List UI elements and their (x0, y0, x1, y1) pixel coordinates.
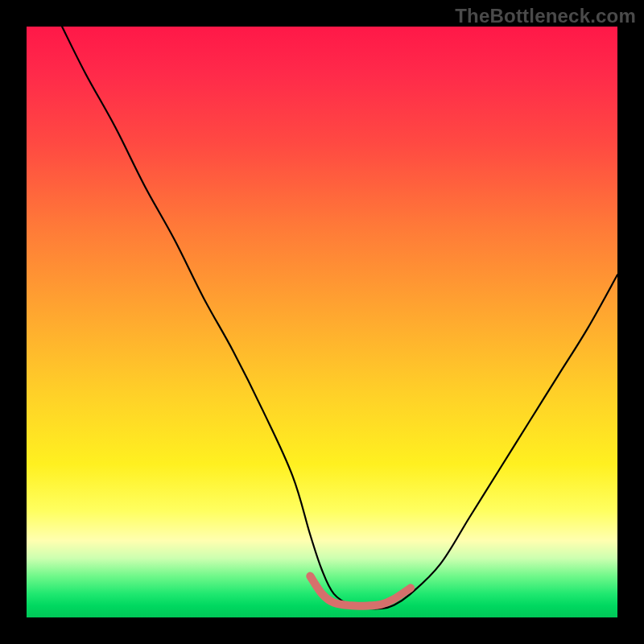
watermark-label: TheBottleneck.com (455, 5, 636, 27)
bottleneck-curve (62, 27, 617, 609)
plot-area (27, 27, 617, 617)
curve-layer (27, 27, 617, 617)
chart-frame: TheBottleneck.com (0, 0, 644, 644)
bottom-highlight (310, 576, 411, 606)
